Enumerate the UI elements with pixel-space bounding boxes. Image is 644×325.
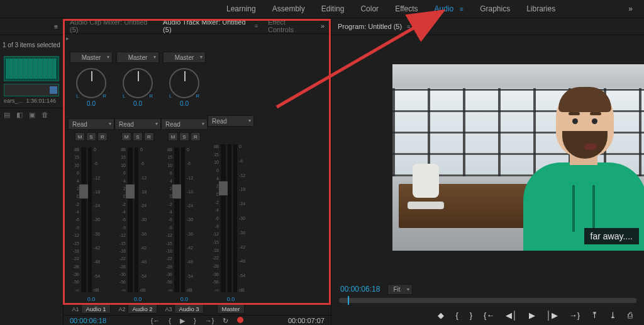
program-timecode[interactable]: 00:00:06:18	[340, 285, 380, 294]
pan-left-label: L	[169, 93, 172, 99]
project-panel: ≡ 1 of 3 items selected ears_… 1:36:01:1…	[0, 18, 64, 325]
go-to-out-button[interactable]: →}	[205, 317, 214, 324]
ws-overflow-icon[interactable]: »	[628, 4, 633, 13]
prog-step-fwd-button[interactable]: │▶	[547, 311, 558, 320]
pan-value[interactable]: 0.0	[180, 100, 189, 107]
volume-fader[interactable]	[81, 147, 86, 292]
trash-icon[interactable]: 🗑	[42, 111, 48, 118]
fader-scale-left: dB15106420-2-4-6-9-12-15-18-22-28-36-56-…	[117, 145, 126, 295]
ws-audio[interactable]: Audio	[435, 3, 454, 15]
mixer-track-audio-2: Master▾LR0.0Read▾MSRdB15106420-2-4-6-9-1…	[115, 38, 160, 314]
ws-libraries[interactable]: Libraries	[526, 3, 555, 15]
level-meter	[88, 147, 92, 292]
loop-button[interactable]: ↻	[223, 317, 228, 325]
audio-mixer-panel: Audio Clip Mixer: Untitled (5) Audio Tra…	[64, 18, 331, 325]
tab-audio-track-mixer[interactable]: Audio Track Mixer: Untitled (5)	[163, 18, 251, 33]
pan-right-label: R	[196, 93, 199, 99]
ws-color[interactable]: Color	[360, 3, 379, 15]
pan-knob[interactable]	[76, 68, 106, 98]
video-caption: far away....	[584, 228, 639, 244]
pan-right-label: R	[103, 93, 106, 99]
mixer-timecode-left[interactable]: 00:00:06:18	[70, 317, 106, 324]
pan-value[interactable]: 0.0	[133, 100, 142, 107]
track-output-select[interactable]: Master▾	[70, 52, 113, 63]
m-button[interactable]: M	[121, 132, 131, 141]
automation-mode-select[interactable]: Read▾	[161, 118, 208, 130]
pan-knob[interactable]	[169, 68, 199, 98]
tab-effect-controls[interactable]: Effect Controls	[268, 18, 311, 33]
prog-mark-in-button[interactable]: {	[455, 311, 458, 320]
ws-effects[interactable]: Effects	[395, 3, 418, 15]
mark-out-button[interactable]: }	[194, 317, 196, 324]
sequence-icon	[50, 86, 57, 94]
s-button[interactable]: S	[86, 132, 96, 141]
track-output-select[interactable]: Master▾	[116, 52, 159, 63]
record-button[interactable]	[237, 317, 243, 324]
pan-right-label: R	[149, 93, 153, 99]
video-person	[523, 86, 644, 251]
extract-button[interactable]: ⤓	[609, 311, 616, 320]
r-button[interactable]: R	[97, 132, 108, 141]
track-output-select[interactable]: Master▾	[163, 52, 206, 63]
volume-fader[interactable]	[221, 144, 226, 292]
ws-learning[interactable]: Learning	[226, 3, 256, 15]
s-button[interactable]: S	[179, 132, 189, 141]
prog-step-back-button[interactable]: ◀│	[506, 311, 517, 320]
track-name-field[interactable]: Master	[217, 304, 244, 314]
ws-graphics[interactable]: Graphics	[480, 3, 510, 15]
tab-program-monitor[interactable]: Program: Untitled (5)	[338, 23, 402, 30]
volume-fader[interactable]	[174, 147, 179, 292]
mark-in-button[interactable]: {	[169, 317, 171, 324]
pan-left-label: L	[76, 93, 79, 99]
pan-value[interactable]: 0.0	[87, 100, 96, 107]
mixer-tabs-overflow-icon[interactable]: »	[321, 22, 325, 30]
fader-scale-left: dB15106420-2-4-6-9-12-15-18-22-28-36-56-…	[70, 145, 79, 295]
track-id-label: A1	[72, 306, 79, 312]
program-ruler[interactable]	[339, 298, 636, 303]
ws-audio-menu-icon[interactable]: ≡	[460, 6, 464, 13]
prog-go-out-button[interactable]: →}	[569, 311, 580, 320]
pan-knob[interactable]	[123, 68, 153, 98]
track-name-field[interactable]: Audio 2	[128, 304, 157, 314]
track-name-field[interactable]: Audio 1	[81, 304, 110, 314]
project-clip-sequence[interactable]	[4, 84, 59, 96]
project-menu-icon[interactable]: ≡	[54, 23, 58, 30]
automation-mode-select[interactable]: Read▾	[68, 118, 114, 130]
automation-mode-select[interactable]: Read▾	[114, 118, 161, 130]
r-button[interactable]: R	[191, 132, 201, 141]
export-frame-button[interactable]: ⎙	[628, 311, 633, 320]
program-tab-menu-icon[interactable]: ≡	[407, 23, 410, 30]
new-item-icon[interactable]: ▣	[29, 111, 35, 119]
tab-audio-clip-mixer[interactable]: Audio Clip Mixer: Untitled (5)	[70, 18, 153, 33]
playhead-icon[interactable]	[348, 296, 349, 305]
gain-value[interactable]: 0.0	[134, 296, 142, 302]
prog-mark-out-button[interactable]: }	[470, 311, 472, 320]
s-button[interactable]: S	[133, 132, 143, 141]
play-button[interactable]: ▶	[180, 317, 185, 325]
program-transport: ◆ { } {← ◀│ ▶ │▶ →} ⤒ ⤓ ⎙	[331, 304, 644, 325]
freeform-view-icon[interactable]: ◧	[16, 111, 23, 119]
tab-menu-icon[interactable]: ≡	[255, 23, 258, 29]
gain-value[interactable]: 0.0	[87, 296, 96, 302]
volume-fader[interactable]	[128, 147, 133, 292]
clip-duration-label: 1:36:01:146	[26, 98, 57, 104]
prog-go-in-button[interactable]: {←	[484, 311, 494, 320]
project-clip-waveform[interactable]	[4, 56, 59, 81]
ws-assembly[interactable]: Assembly	[272, 3, 305, 15]
prog-play-button[interactable]: ▶	[529, 311, 535, 320]
gain-value[interactable]: 0.0	[180, 296, 189, 302]
lift-button[interactable]: ⤒	[591, 311, 598, 320]
r-button[interactable]: R	[144, 132, 154, 141]
track-name-field[interactable]: Audio 3	[174, 304, 203, 314]
ws-editing[interactable]: Editing	[321, 3, 345, 15]
add-marker-button[interactable]: ◆	[438, 311, 444, 320]
go-to-in-button[interactable]: {←	[151, 317, 160, 324]
m-button[interactable]: M	[168, 132, 178, 141]
list-view-icon[interactable]: ▤	[4, 111, 10, 119]
program-video-preview[interactable]: far away....	[392, 64, 644, 251]
gain-value[interactable]: 0.0	[227, 296, 235, 302]
automation-mode-select[interactable]: Read▾	[208, 115, 254, 127]
program-zoom-select[interactable]: Fit▾	[387, 284, 412, 295]
m-button[interactable]: M	[75, 132, 85, 141]
effects-expand-icon[interactable]: ▸	[66, 35, 69, 42]
